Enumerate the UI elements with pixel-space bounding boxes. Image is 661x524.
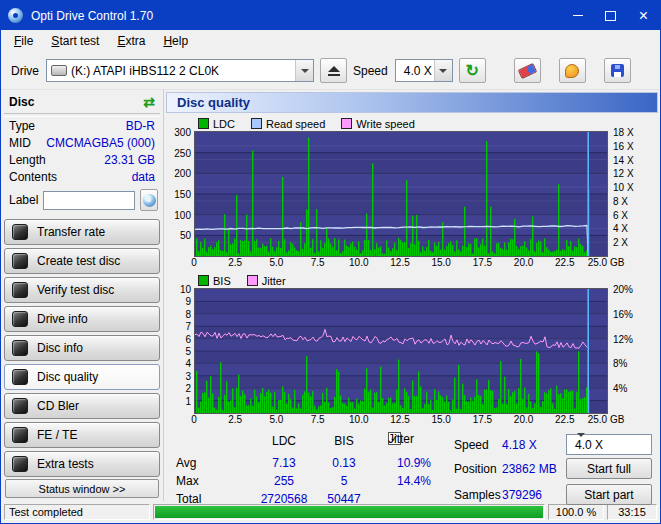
sidebar-item-transfer-rate[interactable]: Transfer rate [4,219,160,245]
speed-value: 4.0 X [400,64,434,78]
disc-quality-icon [12,369,28,385]
sidebar-item-drive-info[interactable]: Drive info [4,306,160,332]
legend-label: BIS [213,275,231,287]
disc-label-icon [143,194,156,207]
sidebar-item-cd-bler[interactable]: CD Bler [4,393,160,419]
disc-quality-panel: Disc quality LDC Read speed Write speed … [163,90,660,501]
write-speed-swatch [341,118,352,129]
disc-section-title: Disc [9,95,34,109]
menu-extra[interactable]: Extra [108,32,154,50]
extra-tests-icon [12,456,28,472]
info-value: CMCMAGBA5 (000) [46,136,155,151]
samples-label: Samples [454,488,501,502]
y-axis-left-bottom: 10987654321 [168,288,194,414]
drive-info-icon [12,311,28,327]
minimize-button[interactable] [561,1,594,30]
rescan-disc-icon[interactable]: ⇄ [143,95,155,109]
status-window-button[interactable]: Status window >> [5,479,159,498]
legend-label: Write speed [356,118,415,130]
start-part-button[interactable]: Start part [566,484,652,505]
app-window: Opti Drive Control 1.70 × File Start tes… [0,0,661,524]
sidebar-item-extra-tests[interactable]: Extra tests [4,451,160,477]
samples-value: 379296 [502,488,542,502]
row-label-max: Max [176,474,199,488]
max-bis-value: 5 [314,474,374,488]
bis-jitter-chart [194,288,608,414]
sidebar-item-fe-te[interactable]: FE / TE [4,422,160,448]
y-axis-left-top: 30025020015010050 [168,131,194,257]
drive-select[interactable]: (K:) ATAPI iHBS112 2 CL0K [46,59,314,82]
info-label: Length [9,153,46,168]
disc-info-row: MID CMCMAGBA5 (000) [1,135,163,152]
menu-help[interactable]: Help [154,32,197,50]
drive-label: Drive [11,64,39,78]
menu-file[interactable]: File [5,32,42,50]
avg-ldc-value: 7.13 [244,456,324,470]
total-ldc-value: 2720568 [244,492,324,506]
y-axis-right-bottom: 20%16%12%8%4% [608,288,648,414]
sidebar-item-disc-quality[interactable]: Disc quality [4,364,160,390]
label-input[interactable] [43,191,135,210]
disc-info-icon [12,340,28,356]
eject-button[interactable] [320,58,347,83]
disc-info-row: Type BD-R [1,118,163,135]
info-value: BD-R [126,119,155,134]
close-button[interactable]: × [627,1,660,30]
edit-label-button[interactable] [140,189,158,211]
save-button[interactable] [604,58,631,83]
position-label: Position [454,462,497,476]
divider [4,113,160,117]
erase-disc-button[interactable] [514,58,541,83]
refresh-button[interactable]: ↻ [459,58,486,83]
maximize-button[interactable] [594,1,627,30]
sidebar-item-verify-test-disc[interactable]: Verify test disc [4,277,160,303]
status-text: Test completed [4,504,150,520]
chevron-down-icon [434,60,452,81]
results-panel: LDC BIS ✓ Jitter Avg 7.13 0.13 10.9% Max… [166,430,658,514]
speed-label: Speed [353,64,388,78]
close-icon: × [639,8,648,24]
speed-result-value: 4.18 X [502,438,537,452]
jitter-checkbox[interactable]: ✓ Jitter [388,432,401,445]
verify-test-disc-icon [12,282,28,298]
ldc-chart [194,131,608,257]
chart-legend-top: LDC Read speed Write speed [198,117,658,130]
contents-link[interactable]: data [132,170,155,185]
window-title: Opti Drive Control 1.70 [31,9,561,23]
eraser-icon [517,62,537,78]
drive-value: (K:) ATAPI iHBS112 2 CL0K [67,64,295,78]
bis-column-header: BIS [314,434,374,448]
scan-speed-select[interactable]: 4.0 X [566,434,652,455]
legend-label: Read speed [266,118,325,130]
ldc-column-header: LDC [244,434,324,448]
sidebar-item-disc-info[interactable]: Disc info [4,335,160,361]
tools-button[interactable] [559,58,586,83]
maximize-icon [605,11,616,21]
max-ldc-value: 255 [244,474,324,488]
info-value: 23.31 GB [104,153,155,168]
jitter-swatch [247,275,258,286]
save-icon [611,64,624,77]
drive-icon [51,65,67,76]
disc-info-row: Contents data [1,169,163,186]
jitter-checkbox-label: Jitter [388,432,414,446]
menu-bar: File Start test Extra Help [1,30,660,52]
avg-bis-value: 0.13 [314,456,374,470]
create-test-disc-icon [12,253,28,269]
minimize-icon [573,15,583,16]
speed-select[interactable]: 4.0 X [395,59,453,82]
app-icon [8,8,23,23]
cd-bler-icon [12,398,28,414]
panel-title: Disc quality [166,92,658,113]
fe-te-icon [12,427,28,443]
label-caption: Label [9,193,38,207]
ldc-swatch [198,118,209,129]
menu-start-test[interactable]: Start test [42,32,108,50]
hand-icon [565,64,579,78]
read-speed-swatch [251,118,262,129]
bis-swatch [198,275,209,286]
sidebar-item-create-test-disc[interactable]: Create test disc [4,248,160,274]
row-label-avg: Avg [176,456,196,470]
start-full-button[interactable]: Start full [566,458,652,479]
x-axis-bottom: 02.55.07.510.012.515.017.520.022.525.0 G… [194,414,620,427]
